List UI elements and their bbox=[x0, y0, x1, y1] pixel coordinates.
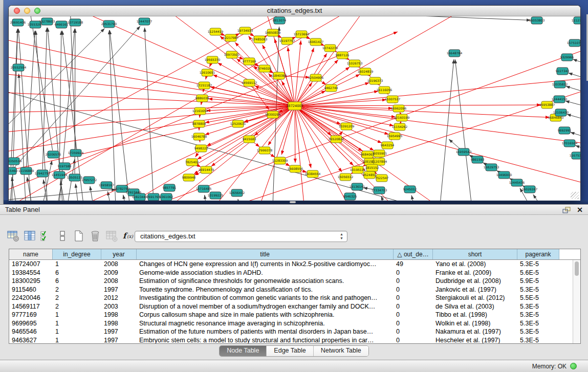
cell[interactable]: Hescheler et al. (1997) bbox=[433, 336, 517, 344]
graph-node[interactable]: 9692991 bbox=[558, 127, 572, 134]
graph-node[interactable]: 19734933 bbox=[237, 27, 253, 34]
graph-node[interactable]: 9777169 bbox=[243, 58, 256, 65]
table-row[interactable]: 2242004622012Investigating the contribut… bbox=[9, 294, 573, 302]
cell[interactable]: 2 bbox=[53, 286, 101, 294]
graph-node[interactable]: 7691765 bbox=[147, 193, 161, 201]
graph-node[interactable]: 9684067 bbox=[361, 151, 375, 158]
graph-node[interactable]: 20552594 bbox=[11, 64, 27, 71]
graph-node[interactable]: 8878809 bbox=[192, 120, 206, 127]
graph-node[interactable]: 15056512 bbox=[338, 173, 354, 181]
graph-node[interactable]: 12610651 bbox=[200, 69, 215, 76]
delete-table-icon[interactable] bbox=[105, 230, 118, 242]
cell[interactable]: 5.3E-5 bbox=[517, 286, 559, 294]
cell[interactable]: 18724007 bbox=[9, 260, 53, 269]
graph-node[interactable]: 9809948 bbox=[182, 174, 196, 181]
cell[interactable]: 0 bbox=[394, 269, 433, 277]
cell[interactable]: 6 bbox=[53, 277, 101, 286]
cell[interactable]: 2008 bbox=[101, 260, 137, 269]
graph-node[interactable]: 9227343 bbox=[556, 68, 570, 75]
graph-node[interactable]: 12942757 bbox=[35, 170, 51, 177]
cell[interactable]: 1 bbox=[53, 336, 101, 344]
graph-node[interactable]: 7825402 bbox=[185, 159, 199, 166]
graph-node[interactable]: 12445436 bbox=[509, 179, 525, 186]
network-graph[interactable]: 1872400711254419122179871973493317485083… bbox=[9, 16, 580, 201]
zoom-window-icon[interactable] bbox=[34, 8, 40, 14]
cell[interactable]: 2009 bbox=[101, 269, 137, 277]
float-panel-icon[interactable] bbox=[562, 207, 571, 213]
graph-node[interactable]: 11840360 bbox=[271, 72, 287, 79]
graph-node[interactable]: 10199225 bbox=[208, 192, 224, 199]
create-table-icon[interactable] bbox=[73, 230, 85, 242]
cell[interactable]: 49 bbox=[394, 260, 433, 269]
graph-node[interactable]: 19384554 bbox=[305, 170, 321, 178]
delete-rows-icon[interactable] bbox=[89, 230, 101, 242]
graph-node[interactable]: 9886038 bbox=[195, 95, 209, 102]
graph-node[interactable]: 16648784 bbox=[447, 50, 463, 57]
graph-node[interactable]: 17359924 bbox=[68, 149, 84, 157]
graph-node[interactable]: 11156889 bbox=[18, 167, 34, 174]
cell[interactable]: 1 bbox=[53, 319, 101, 328]
graph-node[interactable]: 12106430 bbox=[553, 109, 569, 116]
graph-node[interactable]: 12504906 bbox=[308, 74, 324, 81]
graph-node[interactable]: 12035832 bbox=[552, 81, 568, 88]
graph-node[interactable]: 16520822 bbox=[329, 136, 344, 143]
resize-grip[interactable] bbox=[571, 192, 579, 199]
vertical-scrollbar[interactable] bbox=[573, 260, 580, 343]
tab-edge-table[interactable]: Edge Table bbox=[267, 346, 313, 356]
cell[interactable]: Franke et al. (2009) bbox=[433, 269, 517, 277]
graph-node[interactable]: 16959543 bbox=[456, 148, 472, 156]
graph-node[interactable]: 9887126 bbox=[336, 52, 350, 59]
graph-node[interactable]: 9197588 bbox=[58, 163, 72, 170]
graph-node[interactable]: 20206576 bbox=[46, 151, 61, 158]
cell[interactable]: 0 bbox=[394, 294, 433, 302]
graph-node[interactable]: 11675338 bbox=[570, 152, 580, 159]
scrollbar-thumb[interactable] bbox=[575, 261, 579, 276]
select-all-icon[interactable] bbox=[40, 230, 52, 242]
graph-node[interactable]: 9546325 bbox=[343, 193, 357, 200]
graph-node[interactable]: 16116056 bbox=[377, 86, 393, 94]
graph-node[interactable]: 10196373 bbox=[367, 77, 383, 84]
graph-node[interactable]: 9361062 bbox=[160, 193, 173, 201]
cell[interactable]: 0 bbox=[394, 277, 433, 286]
cell[interactable]: 1997 bbox=[101, 327, 137, 336]
graph-node[interactable]: 9498222 bbox=[194, 145, 208, 152]
cell[interactable]: 5.6E-5 bbox=[517, 269, 559, 277]
graph-node[interactable]: 16961427 bbox=[308, 38, 324, 46]
cell[interactable]: Disruption of a novel member of a sodium… bbox=[137, 302, 394, 311]
table-row[interactable]: 1830029562008Estimation of significance … bbox=[9, 277, 573, 286]
graph-node[interactable]: 10391209 bbox=[339, 123, 355, 130]
graph-node[interactable]: 15197757 bbox=[279, 37, 295, 45]
table-row[interactable]: 977716911998Corpus callosum shape and si… bbox=[9, 311, 573, 319]
cell[interactable]: 5.3E-5 bbox=[517, 327, 559, 336]
cell[interactable]: 0 bbox=[394, 286, 433, 294]
graph-node[interactable]: 9462744 bbox=[324, 84, 338, 92]
minimize-window-icon[interactable] bbox=[24, 8, 30, 14]
graph-node[interactable]: 11154262 bbox=[392, 123, 408, 130]
graph-node[interactable]: 14850839 bbox=[265, 29, 281, 36]
cell[interactable]: 9699695 bbox=[9, 319, 53, 328]
network-canvas[interactable]: 1872400711254419122179871973493317485083… bbox=[9, 16, 580, 201]
cell[interactable]: Dudbridge et al. (2008) bbox=[433, 277, 517, 286]
graph-node[interactable]: 17957272 bbox=[81, 177, 97, 184]
cell[interactable]: 19384554 bbox=[9, 269, 53, 277]
cell[interactable]: 2003 bbox=[101, 302, 137, 311]
graph-node[interactable]: 11254419 bbox=[208, 28, 224, 35]
graph-node[interactable]: 17334703 bbox=[372, 187, 387, 194]
cell[interactable]: Wolkin et al. (1998) bbox=[433, 319, 517, 328]
cell[interactable]: 1997 bbox=[101, 286, 137, 294]
graph-node[interactable]: 11026753 bbox=[347, 60, 363, 67]
cell[interactable]: Nakamura et al. (1997) bbox=[433, 327, 517, 336]
graph-node[interactable]: 10719188 bbox=[68, 19, 83, 26]
cell[interactable]: 5.5E-5 bbox=[517, 294, 559, 302]
graph-node[interactable]: 15723693 bbox=[294, 31, 310, 38]
cell[interactable]: 5.3E-5 bbox=[517, 336, 559, 344]
graph-node[interactable]: 17016504 bbox=[562, 140, 578, 147]
cell[interactable]: 6 bbox=[53, 269, 101, 277]
graph-node[interactable]: 16914479 bbox=[199, 166, 214, 173]
graph-node[interactable]: 12520631 bbox=[230, 120, 246, 127]
cell[interactable]: 0 bbox=[394, 302, 433, 311]
graph-node[interactable]: 15751074 bbox=[567, 39, 580, 47]
graph-node[interactable]: 9245012 bbox=[403, 186, 417, 193]
graph-node[interactable]: 16026167 bbox=[522, 186, 538, 193]
graph-node[interactable]: 15136141 bbox=[350, 183, 365, 190]
